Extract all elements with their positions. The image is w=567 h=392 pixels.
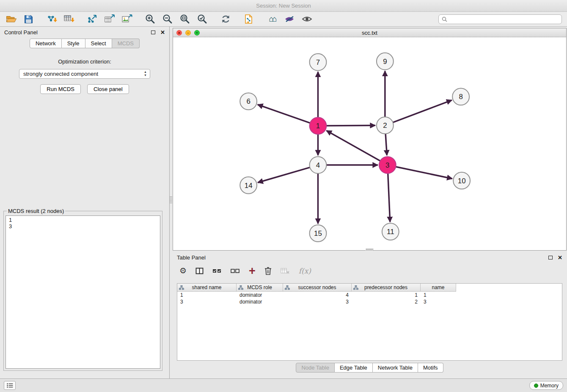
tab-edge-table[interactable]: Edge Table — [335, 363, 373, 373]
close-panel-icon[interactable]: ✕ — [160, 30, 165, 35]
network-window-titlebar[interactable]: ✕ − + scc.txt — [173, 28, 566, 37]
cell-predecessor-nodes: 2 — [352, 298, 421, 305]
column-tree-icon — [238, 285, 243, 290]
search-input[interactable] — [449, 16, 559, 22]
graphics-details-button[interactable] — [284, 14, 295, 25]
zoom-in-icon — [145, 14, 155, 24]
node-10[interactable]: 10 — [453, 172, 470, 189]
node-table: shared name MCDS role successor — [177, 283, 562, 361]
column-header-mcds-role[interactable]: MCDS role — [237, 284, 283, 292]
memory-button[interactable]: Memory — [529, 381, 563, 390]
import-network-button[interactable] — [46, 14, 58, 25]
table-tabs: Node Table Edge Table Network Table Moti… — [173, 363, 567, 373]
show-hide-button[interactable] — [301, 14, 313, 25]
function-builder-button[interactable]: f(x) — [299, 267, 311, 275]
edge-4-14[interactable] — [258, 167, 311, 182]
tab-select[interactable]: Select — [85, 39, 112, 48]
zoom-fit-button[interactable] — [179, 14, 191, 25]
close-window-icon[interactable]: ✕ — [176, 30, 182, 36]
float-table-panel-icon[interactable] — [548, 256, 553, 259]
window-title: Session: New Session — [0, 0, 567, 12]
node-11[interactable]: 11 — [382, 223, 399, 240]
zoom-in-button[interactable] — [144, 14, 156, 25]
select-all-button[interactable] — [212, 268, 222, 274]
edge-3-10[interactable] — [395, 166, 452, 178]
node-7[interactable]: 7 — [310, 54, 327, 71]
edge-3-11[interactable] — [388, 173, 390, 222]
edge-2-8[interactable] — [392, 100, 452, 123]
run-mcds-button[interactable]: Run MCDS — [40, 84, 81, 94]
panel-splitter[interactable] — [170, 196, 172, 203]
deselect-all-button[interactable] — [231, 268, 240, 274]
node-9[interactable]: 9 — [377, 53, 394, 70]
tab-node-table[interactable]: Node Table — [296, 363, 335, 373]
column-label: name — [432, 284, 444, 290]
table-row[interactable]: 1 dominator 4 1 1 — [177, 292, 562, 298]
network-window: ✕ − + scc.txt 7968124314101511 — [173, 28, 567, 251]
zoom-selected-icon — [197, 14, 207, 24]
column-header-predecessor-nodes[interactable]: predecessor nodes — [352, 284, 421, 292]
node-1[interactable]: 1 — [310, 117, 327, 134]
columns-icon — [195, 268, 204, 274]
open-session-button[interactable] — [5, 14, 17, 25]
delete-table-button[interactable] — [281, 268, 290, 274]
maximize-window-icon[interactable]: + — [194, 30, 200, 36]
column-header-shared-name[interactable]: shared name — [177, 284, 237, 292]
minimize-window-icon[interactable]: − — [185, 30, 191, 36]
zoom-out-button[interactable] — [162, 14, 173, 25]
node-label: 3 — [385, 161, 389, 169]
table-row[interactable]: 3 dominator 3 2 3 — [177, 298, 562, 305]
eye-icon — [302, 16, 312, 22]
node-4[interactable]: 4 — [310, 157, 327, 174]
horizontal-splitter[interactable] — [366, 248, 373, 251]
refresh-view-button[interactable] — [220, 14, 231, 25]
float-panel-icon[interactable] — [151, 30, 155, 34]
node-2[interactable]: 2 — [377, 117, 394, 134]
node-label: 6 — [246, 97, 250, 105]
node-3[interactable]: 3 — [379, 157, 396, 174]
clone-network-button[interactable] — [243, 14, 255, 25]
import-table-button[interactable] — [63, 14, 75, 25]
show-columns-button[interactable] — [195, 268, 204, 274]
criterion-select[interactable]: strongly connected component ▲▼ — [19, 69, 150, 79]
tab-network-table[interactable]: Network Table — [373, 363, 418, 373]
node-6[interactable]: 6 — [240, 93, 257, 110]
add-column-button[interactable]: + — [249, 267, 256, 275]
network-graph[interactable]: 7968124314101511 — [173, 38, 566, 250]
node-8[interactable]: 8 — [452, 88, 469, 105]
edge-2-3[interactable] — [385, 133, 387, 155]
column-label: successor nodes — [298, 284, 336, 290]
table-settings-button[interactable]: ⚙ — [179, 267, 187, 275]
tab-network[interactable]: Network — [30, 39, 62, 48]
table-panel-title: Table Panel — [177, 254, 548, 261]
column-header-successor-nodes[interactable]: successor nodes — [283, 284, 352, 292]
column-header-name[interactable]: name — [421, 284, 456, 292]
node-14[interactable]: 14 — [240, 177, 257, 194]
export-image-button[interactable] — [121, 14, 133, 25]
tab-style[interactable]: Style — [62, 39, 85, 48]
zoom-selected-button[interactable] — [196, 14, 208, 25]
save-session-button[interactable] — [22, 14, 34, 25]
edge-1-6[interactable] — [258, 105, 311, 123]
export-image-icon — [121, 14, 132, 24]
network-canvas[interactable]: 7968124314101511 — [173, 38, 566, 250]
first-neighbors-button[interactable]: ⌂⌂ — [266, 14, 278, 25]
node-15[interactable]: 15 — [310, 225, 327, 242]
export-network-button[interactable] — [86, 14, 98, 25]
delete-column-button[interactable] — [264, 267, 272, 275]
edge-1-2[interactable] — [325, 125, 375, 126]
export-network-icon — [87, 14, 98, 24]
status-bar: Memory — [0, 378, 567, 392]
export-table-button[interactable] — [104, 14, 116, 25]
tab-motifs[interactable]: Motifs — [418, 363, 443, 373]
close-table-panel-icon[interactable]: ✕ — [558, 255, 562, 260]
cell-successor-nodes: 4 — [283, 292, 352, 298]
node-label: 9 — [383, 58, 387, 66]
node-label: 1 — [316, 122, 320, 130]
tab-mcds[interactable]: MCDS — [112, 39, 140, 48]
close-panel-button[interactable]: Close panel — [87, 84, 129, 94]
criterion-selected-value: strongly connected component — [23, 71, 98, 77]
task-history-button[interactable] — [4, 381, 16, 390]
node-label: 7 — [316, 58, 320, 66]
edge-3-1[interactable] — [326, 130, 381, 161]
